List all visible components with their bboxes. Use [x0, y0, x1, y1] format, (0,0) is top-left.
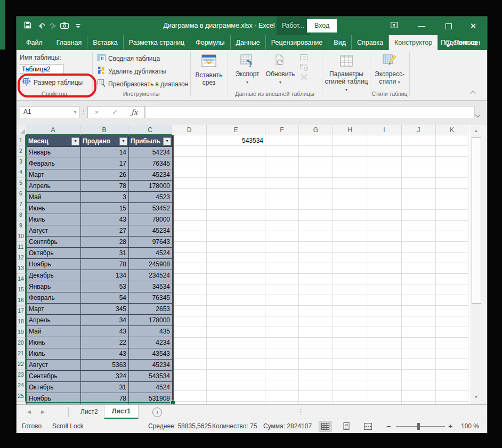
table-cell[interactable]: 4524: [129, 248, 173, 259]
row-header-4[interactable]: 4: [17, 167, 26, 178]
row-header-2[interactable]: 2: [17, 146, 26, 157]
table-cell[interactable]: 4524: [129, 382, 173, 393]
table-cell[interactable]: 178000: [129, 181, 173, 192]
table-cell[interactable]: 324: [81, 371, 129, 382]
table-row[interactable]: Апрель78178000: [27, 181, 173, 192]
table-row[interactable]: Май34523: [27, 192, 173, 203]
table-cell[interactable]: 78: [81, 393, 129, 404]
table-cell[interactable]: Май: [27, 326, 81, 337]
ribbon-tab-3[interactable]: Вставка: [87, 35, 123, 50]
table-cell[interactable]: 78000: [129, 214, 173, 225]
table-cell[interactable]: Ноябрь: [27, 259, 81, 270]
remove-duplicates-button[interactable]: Удалить дубликаты: [98, 67, 166, 76]
row-header-12[interactable]: 12: [17, 252, 26, 263]
table-row[interactable]: Январь1454234: [27, 147, 173, 158]
table-row[interactable]: Май43435: [27, 326, 173, 337]
row-header-23[interactable]: 23: [17, 370, 26, 380]
row-header-10[interactable]: 10: [17, 231, 26, 242]
table-name-input[interactable]: [20, 64, 63, 74]
table-cell[interactable]: 43: [81, 214, 129, 225]
row-header-24[interactable]: 24: [17, 380, 26, 391]
table-cell[interactable]: 178000: [129, 315, 173, 326]
ribbon-tab-9[interactable]: Справка: [352, 35, 389, 50]
convert-to-range-button[interactable]: Преобразовать в диапазон: [98, 79, 188, 88]
table-cell[interactable]: Февраль: [27, 158, 81, 169]
table-cell[interactable]: 45234: [129, 225, 173, 237]
sheet-nav-left-icon[interactable]: ◀: [27, 405, 31, 419]
table-cell[interactable]: 245908: [129, 259, 173, 270]
column-header-A[interactable]: A: [26, 125, 80, 135]
customize-qat-icon[interactable]: [76, 21, 80, 31]
table-row[interactable]: Октябрь314524: [27, 248, 173, 259]
insert-slicer-button[interactable]: Вставить срез: [192, 54, 225, 86]
table-cell[interactable]: 43: [81, 348, 129, 360]
table-cell[interactable]: Апрель: [27, 315, 81, 326]
table-cell[interactable]: Март: [27, 304, 81, 315]
normal-view-button[interactable]: [319, 421, 331, 431]
ribbon-tab-8[interactable]: Вид: [328, 35, 352, 50]
name-box[interactable]: A1 ▾: [20, 106, 79, 118]
table-cell[interactable]: Апрель: [27, 181, 81, 192]
table-cell[interactable]: 34: [81, 315, 129, 326]
row-header-3[interactable]: 3: [17, 157, 26, 167]
ribbon-tab-6[interactable]: Данные: [231, 35, 266, 50]
collapse-ribbon-button[interactable]: [471, 89, 475, 97]
row-header-9[interactable]: 9: [17, 221, 26, 231]
tab-scroll-splitter[interactable]: ⋮: [297, 408, 304, 416]
cancel-icon[interactable]: ×: [95, 108, 99, 116]
table-row[interactable]: Декабрь134234524: [27, 270, 173, 281]
cell-E1[interactable]: 543534: [207, 135, 265, 146]
row-header-25[interactable]: 25: [17, 391, 26, 402]
table-cell[interactable]: 4234: [129, 337, 173, 348]
sign-in-button[interactable]: Вход: [307, 19, 337, 32]
table-cell[interactable]: 76345: [129, 158, 173, 169]
table-cell[interactable]: Сентябрь: [27, 237, 81, 248]
table-cell[interactable]: Май: [27, 192, 81, 203]
expand-formula-bar-icon[interactable]: [476, 109, 480, 119]
resize-table-button[interactable]: Размер таблицы: [22, 78, 83, 87]
table-row[interactable]: Январь5334534: [27, 281, 173, 292]
table-row[interactable]: Июнь1553452: [27, 203, 173, 214]
table-cell[interactable]: 531908: [129, 393, 173, 404]
table-cell[interactable]: 3: [81, 192, 129, 203]
table-row[interactable]: Август2745234: [27, 225, 173, 237]
table-row[interactable]: Февраль1776345: [27, 158, 173, 169]
name-box-resizer[interactable]: ⋮: [80, 107, 87, 115]
table-cell[interactable]: 31: [81, 382, 129, 393]
minimize-button[interactable]: —: [414, 17, 429, 35]
table-row[interactable]: Август536345234: [27, 360, 173, 371]
row-header-20[interactable]: 20: [17, 338, 26, 348]
ribbon-tab-2[interactable]: Главная: [51, 35, 88, 50]
table-row[interactable]: Июнь224234: [27, 337, 173, 348]
column-header-J[interactable]: J: [402, 125, 436, 135]
row-header-22[interactable]: 22: [17, 359, 26, 370]
column-header-G[interactable]: G: [299, 125, 333, 135]
ribbon-tab-5[interactable]: Формулы: [190, 35, 230, 50]
table-cell[interactable]: 45234: [129, 360, 173, 371]
quick-styles-button[interactable]: Экспресс- стили ▾: [373, 54, 407, 86]
table-cell[interactable]: Март: [27, 169, 81, 181]
table-cell[interactable]: Июнь: [27, 337, 81, 348]
table-cell[interactable]: Август: [27, 225, 81, 237]
table-cell[interactable]: Ноябрь: [27, 393, 81, 404]
table-cell[interactable]: 54: [81, 292, 129, 304]
table-cell[interactable]: 53: [81, 281, 129, 292]
table-row[interactable]: Ноябрь78245908: [27, 259, 173, 270]
table-cell[interactable]: Июль: [27, 348, 81, 360]
table-cell[interactable]: 15: [81, 203, 129, 214]
table-row[interactable]: Июль4343543: [27, 348, 173, 360]
table-row[interactable]: Март2645234: [27, 169, 173, 181]
table-cell[interactable]: 43543: [129, 348, 173, 360]
row-header-15[interactable]: 15: [17, 284, 26, 295]
row-header-8[interactable]: 8: [17, 210, 26, 221]
row-header-6[interactable]: 6: [17, 189, 26, 199]
column-header-I[interactable]: I: [367, 125, 402, 135]
zoom-level[interactable]: 100 %: [461, 419, 479, 433]
zoom-slider-track[interactable]: [396, 426, 445, 427]
table-cell[interactable]: 345: [81, 304, 129, 315]
zoom-out-button[interactable]: −: [386, 419, 391, 433]
column-header-H[interactable]: H: [333, 125, 367, 135]
table-cell[interactable]: 78: [81, 181, 129, 192]
table-cell[interactable]: 234524: [129, 270, 173, 281]
row-header-21[interactable]: 21: [17, 348, 26, 359]
